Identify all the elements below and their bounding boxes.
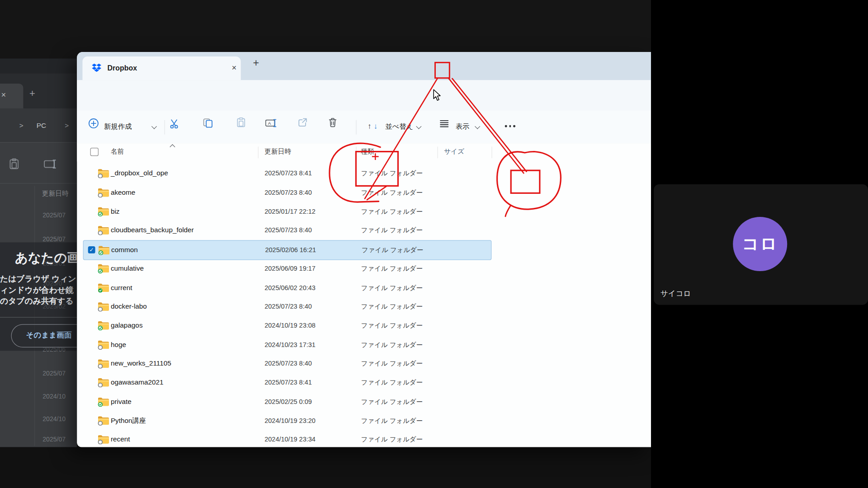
chevron-down-icon[interactable] [416,124,421,129]
file-row[interactable]: new_works_2111052025/07/23 8:40ファイル フォルダ… [83,354,491,373]
participant-avatar: コロ [733,217,787,271]
file-name: current [111,278,132,297]
file-modified: 2025/02/06 16:21 [265,240,316,259]
folder-icon [98,225,109,238]
file-row[interactable]: cumulative2025/06/09 19:17ファイル フォルダー [83,259,491,278]
breadcrumb-chevron-icon: > [19,122,24,129]
sort-icon[interactable]: ↑ [368,122,372,131]
share-screen-button-label: そのまま画面 [26,330,72,340]
file-modified: 2025/07/23 8:40 [264,183,311,202]
rename-icon[interactable] [44,159,57,171]
tab-dropbox[interactable]: Dropbox × [82,56,241,80]
column-header-size[interactable]: サイズ [444,147,464,157]
background-window-frame [0,59,77,74]
view-button[interactable]: 表示 [456,122,470,132]
file-modified: 2024/10/19 23:08 [264,316,315,335]
folder-icon [98,245,110,257]
file-type: ファイル フォルダー [361,183,423,202]
breadcrumb-chevron-icon: > [65,122,69,129]
file-name: common [111,240,138,259]
share-dialog-text: たはブラウザ ウィン [0,274,76,284]
rename-icon[interactable]: A [265,118,277,130]
file-row[interactable]: docker-labo2025/07/23 8:40ファイル フォルダー [83,297,491,316]
tab-close-icon[interactable]: × [229,62,240,72]
copy-icon[interactable] [203,118,213,131]
column-header-type[interactable]: 種類 [361,147,374,157]
file-type: ファイル フォルダー [361,221,423,240]
background-date-text: 2025/07 [42,236,66,243]
file-row[interactable]: recent2024/10/19 23:34ファイル フォルダー [83,430,491,447]
file-row[interactable]: private2025/02/25 0:09ファイル フォルダー [83,392,491,411]
select-all-checkbox[interactable] [90,148,99,156]
file-row[interactable]: current2025/06/02 20:43ファイル フォルダー [83,278,491,297]
background-date-text: 2025/07 [42,370,66,377]
background-new-tab-icon[interactable]: + [29,88,35,100]
mouse-cursor [433,89,441,101]
cut-icon[interactable] [170,118,180,131]
share-icon [297,117,308,130]
column-separator[interactable] [258,146,259,158]
file-row[interactable]: biz2025/01/17 22:12ファイル フォルダー [83,202,491,221]
column-separator[interactable] [491,146,492,158]
file-type: ファイル フォルダー [361,164,423,183]
folder-icon [98,396,109,408]
file-name: recent [111,430,130,447]
column-header-modified[interactable]: 更新日時 [264,147,291,157]
file-row[interactable]: galapagos2024/10/19 23:08ファイル フォルダー [83,316,491,335]
chevron-down-icon[interactable] [151,124,157,129]
folder-icon [98,320,109,333]
file-type: ファイル フォルダー [361,354,423,373]
view-icon[interactable] [439,119,449,130]
new-item-button[interactable]: 新規作成 [104,122,132,132]
file-type: ファイル フォルダー [361,316,423,335]
new-item-icon[interactable] [88,118,99,131]
column-header-modified[interactable]: 更新日時 [42,189,69,199]
new-tab-icon[interactable]: + [253,57,259,69]
file-type: ファイル フォルダー [361,278,423,297]
file-name: _dropbox_old_ope [111,164,168,183]
file-type: ファイル フォルダー [361,297,423,316]
column-separator[interactable] [356,146,356,158]
divider [0,142,77,143]
background-tab-close-icon[interactable]: × [1,89,6,99]
divider [0,183,77,183]
folder-icon [98,206,109,219]
folder-icon [98,263,109,276]
breadcrumb-item-pc[interactable]: PC [37,122,46,129]
file-type: ファイル フォルダー [361,373,423,392]
delete-icon[interactable] [328,117,338,130]
share-screen-button[interactable]: そのまま画面 [11,324,77,347]
sort-button[interactable]: 並べ替え [385,122,413,132]
svg-text:A: A [268,121,271,126]
file-name: galapagos [111,316,143,335]
tab-title: Dropbox [108,64,137,72]
row-checkbox[interactable]: ✓ [88,246,95,253]
more-options-icon[interactable] [505,125,515,127]
desktop-bottom-strip [0,447,651,488]
column-separator[interactable] [437,146,438,158]
chevron-down-icon[interactable] [475,124,480,129]
sort-icon[interactable]: ↓ [374,122,378,131]
background-window: × + > PC > 更新日時 2025/072025/072025/01202… [0,59,77,447]
dropbox-logo-icon [92,64,101,74]
background-date-text: 2025/07 [42,212,66,219]
file-row[interactable]: cloudbearts_backup_folder2025/07/23 8:40… [83,221,491,240]
file-row[interactable]: _dropbox_old_ope2025/07/23 8:41ファイル フォルダ… [83,164,491,183]
file-row[interactable]: hoge2024/10/23 17:31ファイル フォルダー [83,335,491,354]
folder-icon [98,282,109,295]
file-name: docker-labo [111,297,147,316]
column-header-name[interactable]: 名前 [111,147,124,157]
file-row[interactable]: Python講座2024/10/19 23:20ファイル フォルダー [83,411,491,430]
file-row[interactable]: ogawasama20212025/07/23 8:41ファイル フォルダー [83,373,491,392]
file-row[interactable]: ✓common2025/02/06 16:21ファイル フォルダー [83,240,492,260]
file-modified: 2025/07/23 8:41 [264,373,311,392]
file-name: ogawasama2021 [111,373,164,392]
folder-icon [98,416,109,428]
paste-icon[interactable] [8,158,20,172]
file-row[interactable]: akeome2025/07/23 8:40ファイル フォルダー [83,183,491,202]
folder-icon [98,188,109,200]
file-type: ファイル フォルダー [361,259,423,278]
participant-tile: コロ サイコロ [654,184,868,305]
file-modified: 2024/10/23 17:31 [264,335,315,354]
background-date-text: 2024/10 [42,393,66,399]
